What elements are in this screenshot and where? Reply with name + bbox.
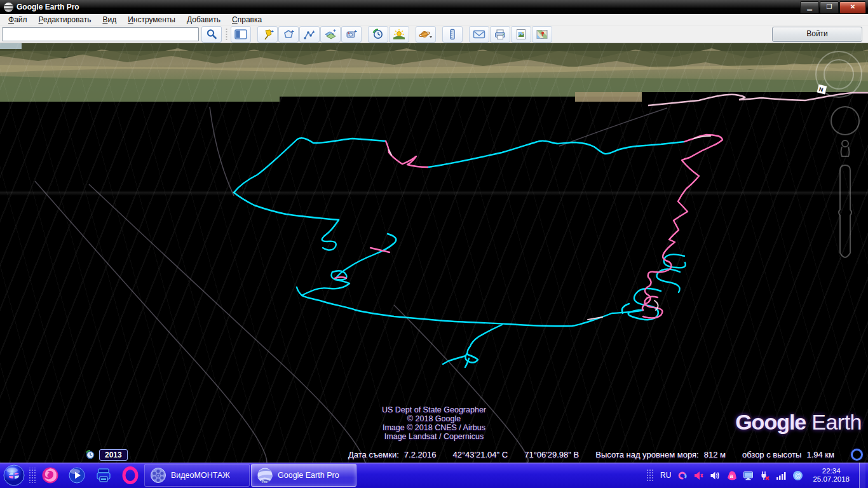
- clock-date: 25.07.2018: [813, 475, 850, 484]
- add-path-button[interactable]: +: [299, 26, 320, 43]
- menu-view[interactable]: Вид: [97, 14, 122, 25]
- svg-text:+: +: [291, 29, 294, 34]
- taskbar-app-label: ВидеоМОНТАЖ: [171, 471, 230, 480]
- firefox-icon: [41, 466, 59, 484]
- minimize-button[interactable]: ▁: [800, 1, 819, 14]
- google-earth-globe-icon: Pro: [257, 467, 273, 484]
- saturn-icon: [418, 29, 433, 40]
- taskbar-app-google-earth[interactable]: Pro Google Earth Pro: [251, 464, 356, 487]
- horizon-imagery: [0, 43, 868, 103]
- quicklaunch-firefox[interactable]: [37, 463, 64, 488]
- menu-bar: Файл Редактировать Вид Инструменты Добав…: [0, 14, 868, 25]
- mailru-agent-icon[interactable]: @: [792, 470, 803, 481]
- windows-logo-icon: [3, 464, 25, 486]
- display-settings-icon[interactable]: [743, 470, 754, 481]
- avast-icon[interactable]: a: [726, 470, 737, 481]
- earth-viewport[interactable]: N US Dept of State Geographer © 2018 Goo…: [0, 43, 868, 463]
- eye-altitude: обзор с высоты1.94 км: [742, 450, 834, 459]
- historical-imagery-button[interactable]: [368, 26, 388, 43]
- menu-tools[interactable]: Инструменты: [122, 14, 181, 25]
- start-button[interactable]: [0, 463, 28, 488]
- search-input[interactable]: [2, 27, 199, 41]
- quicklaunch-media-player[interactable]: [64, 463, 90, 488]
- menu-file[interactable]: Файл: [3, 14, 33, 25]
- svg-text:Pro: Pro: [262, 480, 268, 484]
- language-indicator[interactable]: RU: [660, 471, 671, 480]
- email-icon: [473, 29, 485, 39]
- power-disconnected-icon[interactable]: [759, 470, 770, 481]
- polygon-icon: +: [282, 29, 295, 40]
- volume-icon[interactable]: [710, 470, 721, 481]
- sign-in-button[interactable]: Войти: [772, 27, 862, 42]
- window-title: Google Earth Pro: [17, 3, 79, 11]
- window-titlebar[interactable]: Google Earth Pro ▁ ❐ ✕: [0, 0, 868, 14]
- latitude: 42°43'21.04" С: [452, 450, 508, 459]
- map-copyright: US Dept of State Geographer © 2018 Googl…: [382, 405, 486, 441]
- sun-icon: [393, 29, 405, 40]
- save-image-button[interactable]: [511, 26, 531, 43]
- taskbar-app-label: Google Earth Pro: [278, 471, 339, 480]
- show-desktop-button[interactable]: [859, 463, 865, 488]
- tray-handle: [647, 468, 653, 482]
- taskbar-app-videomontazh[interactable]: ВидеоМОНТАЖ: [144, 464, 250, 487]
- pushpin-icon: +: [261, 29, 274, 40]
- comodo-icon[interactable]: [677, 470, 688, 481]
- add-polygon-button[interactable]: +: [278, 26, 299, 43]
- search-icon: [206, 29, 217, 40]
- save-image-icon: [515, 29, 527, 40]
- terrain-texture: [0, 43, 868, 463]
- add-image-overlay-button[interactable]: +: [320, 26, 341, 43]
- restore-button[interactable]: ❐: [820, 1, 839, 14]
- record-tour-button[interactable]: +: [341, 26, 362, 43]
- elevation: Высота над уровнем моря:812 м: [595, 450, 726, 459]
- google-earth-watermark: Google Earth: [735, 410, 862, 435]
- menu-help[interactable]: Справка: [226, 14, 268, 25]
- sidebar-icon: [234, 29, 247, 39]
- svg-text:+: +: [312, 29, 315, 35]
- quicklaunch-opera[interactable]: [117, 463, 144, 488]
- toolbar-separator: [224, 27, 228, 41]
- system-tray: RU a @: [646, 463, 868, 488]
- close-button[interactable]: ✕: [839, 1, 866, 14]
- ruler-icon: [446, 29, 459, 40]
- menu-edit[interactable]: Редактировать: [33, 14, 97, 25]
- svg-text:+: +: [271, 29, 274, 34]
- sunlight-button[interactable]: [389, 26, 409, 43]
- network-signal-icon[interactable]: [776, 470, 787, 481]
- print-button[interactable]: [490, 26, 510, 43]
- desktop: Google Earth Pro ▁ ❐ ✕ Файл Редактироват…: [0, 0, 868, 488]
- view-in-maps-button[interactable]: [532, 26, 552, 43]
- history-clock-icon: [372, 29, 384, 40]
- path-icon: +: [303, 29, 316, 40]
- terrain-and-tracks: N: [0, 43, 868, 463]
- opera-icon: [121, 466, 139, 484]
- print-icon: [494, 29, 506, 40]
- menu-add[interactable]: Добавить: [181, 14, 226, 25]
- planets-button[interactable]: [416, 26, 436, 43]
- taskbar-clock[interactable]: 22:34 25.07.2018: [809, 467, 853, 484]
- volume-muted-icon[interactable]: [693, 470, 704, 481]
- tour-camera-icon: +: [345, 29, 358, 40]
- search-button[interactable]: [201, 26, 222, 43]
- toggle-sidebar-button[interactable]: [231, 26, 251, 43]
- printer-icon: [95, 466, 112, 484]
- ruler-button[interactable]: [442, 26, 463, 43]
- svg-text:+: +: [333, 29, 336, 34]
- streaming-indicator-icon: [851, 449, 863, 461]
- status-bar: Дата съемки:7.2.2016 42°43'21.04" С 71°0…: [0, 449, 863, 461]
- longitude: 71°06'29.98" В: [524, 450, 579, 459]
- media-player-icon: [68, 466, 86, 484]
- svg-text:+: +: [354, 29, 357, 34]
- windows-taskbar: ВидеоМОНТАЖ Pro Google Earth Pro RU: [0, 463, 868, 488]
- quicklaunch-printer[interactable]: [90, 463, 117, 488]
- email-button[interactable]: [469, 26, 489, 43]
- clock-time: 22:34: [813, 467, 850, 475]
- imagery-date: Дата съемки:7.2.2016: [348, 450, 436, 459]
- google-earth-app-icon: [4, 3, 13, 12]
- main-toolbar: + + + +: [0, 25, 868, 43]
- image-overlay-icon: +: [324, 29, 337, 40]
- svg-text:@: @: [795, 472, 801, 479]
- taskbar-handle: [29, 468, 36, 483]
- add-placemark-button[interactable]: +: [257, 26, 278, 43]
- google-maps-icon: [536, 29, 548, 40]
